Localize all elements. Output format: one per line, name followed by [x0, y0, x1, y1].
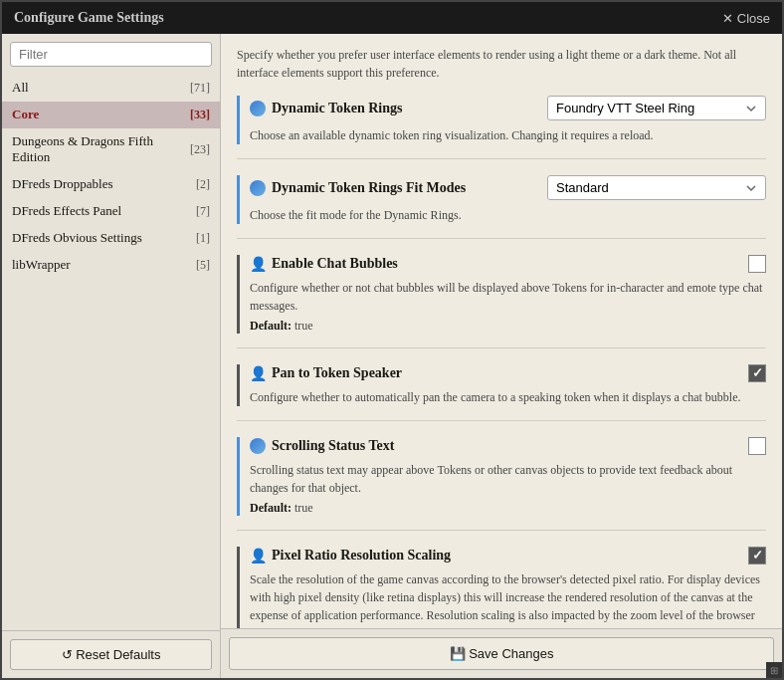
setting-header: 👤 Pixel Ratio Resolution Scaling	[250, 547, 766, 565]
configure-game-settings-dialog: Configure Game Settings ✕ Close All[71]C…	[0, 0, 784, 680]
sidebar-item-count: [71]	[190, 81, 210, 96]
setting-desc: Configure whether or not chat bubbles wi…	[250, 279, 766, 315]
setting-checkbox-enable-chat-bubbles[interactable]	[748, 255, 766, 273]
filter-input[interactable]	[10, 42, 212, 67]
setting-row-pan-to-token-speaker: 👤 Pan to Token Speaker Configure whether…	[237, 364, 766, 421]
sidebar-item-count: [1]	[196, 231, 210, 246]
setting-header: 👤 Pan to Token Speaker	[250, 364, 766, 382]
sidebar-item-label: All	[12, 80, 29, 96]
sidebar-item-count: [7]	[196, 204, 210, 219]
sidebar-item-core[interactable]: Core[33]	[2, 102, 220, 128]
sidebar-footer: ↺ Reset Defaults	[2, 630, 220, 678]
reset-defaults-button[interactable]: ↺ Reset Defaults	[10, 639, 212, 670]
setting-desc: Choose an available dynamic token ring v…	[250, 126, 766, 144]
sidebar-item-dfrops[interactable]: DFreds Droppables[2]	[2, 171, 220, 198]
setting-label: Scrolling Status Text	[250, 438, 394, 454]
save-changes-button[interactable]: 💾 Save Changes	[229, 637, 774, 670]
sidebar-list: All[71]Core[33]Dungeons & Dragons Fifth …	[2, 75, 220, 630]
sidebar-item-dfobv[interactable]: DFreds Obvious Settings[1]	[2, 225, 220, 252]
scrollbar-corner: ⊞	[766, 662, 782, 678]
dialog-body: All[71]Core[33]Dungeons & Dragons Fifth …	[2, 34, 782, 678]
setting-row-scrolling-status-text: Scrolling Status Text Scrolling status t…	[237, 437, 766, 531]
setting-label: 👤 Enable Chat Bubbles	[250, 256, 398, 272]
settings-scroll: Specify whether you prefer user interfac…	[221, 34, 782, 628]
setting-desc: Scrolling status text may appear above T…	[250, 461, 766, 497]
setting-content: Dynamic Token Rings Fit Modes StandardFi…	[237, 175, 766, 224]
sidebar-item-count: [33]	[190, 108, 210, 122]
setting-checkbox-pan-to-token-speaker[interactable]	[748, 364, 766, 382]
sidebar: All[71]Core[33]Dungeons & Dragons Fifth …	[2, 34, 221, 678]
main-content: Specify whether you prefer user interfac…	[221, 34, 782, 678]
setting-label: Dynamic Token Rings Fit Modes	[250, 180, 466, 196]
setting-label: 👤 Pan to Token Speaker	[250, 365, 402, 381]
setting-default: Default: true	[250, 319, 766, 334]
sidebar-item-libwrap[interactable]: libWrapper[5]	[2, 252, 220, 279]
dialog-header: Configure Game Settings ✕ Close	[2, 2, 782, 34]
setting-content: 👤 Enable Chat Bubbles Configure whether …	[237, 255, 766, 334]
user-icon: 👤	[250, 256, 266, 272]
sidebar-item-count: [5]	[196, 258, 210, 273]
setting-content: 👤 Pixel Ratio Resolution Scaling Scale t…	[237, 547, 766, 628]
globe-icon	[250, 180, 266, 196]
user-icon: 👤	[250, 548, 266, 564]
setting-content: Dynamic Token Rings Foundry VTT Steel Ri…	[237, 96, 766, 144]
setting-checkbox-pixel-ratio[interactable]	[748, 547, 766, 565]
corner-icon: ⊞	[770, 665, 778, 676]
setting-desc: Scale the resolution of the game canvas …	[250, 570, 766, 628]
setting-row-pixel-ratio: 👤 Pixel Ratio Resolution Scaling Scale t…	[237, 547, 766, 628]
setting-row-dynamic-token-rings-fit: Dynamic Token Rings Fit Modes StandardFi…	[237, 175, 766, 239]
sidebar-item-all[interactable]: All[71]	[2, 75, 220, 102]
setting-header: Scrolling Status Text	[250, 437, 766, 455]
setting-header: Dynamic Token Rings Foundry VTT Steel Ri…	[250, 96, 766, 120]
setting-label: Dynamic Token Rings	[250, 101, 402, 116]
setting-desc: Choose the fit mode for the Dynamic Ring…	[250, 206, 766, 224]
sidebar-item-count: [2]	[196, 177, 210, 192]
setting-desc: Configure whether to automatically pan t…	[250, 388, 766, 406]
content-footer: 💾 Save Changes	[221, 628, 782, 678]
user-icon: 👤	[250, 365, 266, 381]
setting-content: 👤 Pan to Token Speaker Configure whether…	[237, 364, 766, 406]
setting-row-enable-chat-bubbles: 👤 Enable Chat Bubbles Configure whether …	[237, 255, 766, 348]
sidebar-item-dnd5e[interactable]: Dungeons & Dragons Fifth Edition[23]	[2, 128, 220, 171]
setting-default: Default: true	[250, 501, 766, 516]
sidebar-item-label: DFreds Obvious Settings	[12, 230, 142, 246]
close-button[interactable]: ✕ Close	[722, 11, 770, 26]
setting-header: 👤 Enable Chat Bubbles	[250, 255, 766, 273]
sidebar-item-label: libWrapper	[12, 257, 71, 273]
setting-row-dynamic-token-rings: Dynamic Token Rings Foundry VTT Steel Ri…	[237, 96, 766, 159]
dialog-title: Configure Game Settings	[14, 10, 164, 26]
globe-icon	[250, 101, 266, 116]
settings-intro: Specify whether you prefer user interfac…	[237, 46, 766, 82]
setting-select-dynamic-token-rings-fit[interactable]: StandardFitCover	[547, 175, 766, 200]
sidebar-item-label: DFreds Droppables	[12, 176, 112, 192]
setting-checkbox-scrolling-status-text[interactable]	[748, 437, 766, 455]
setting-header: Dynamic Token Rings Fit Modes StandardFi…	[250, 175, 766, 200]
sidebar-item-label: Dungeons & Dragons Fifth Edition	[12, 133, 190, 165]
sidebar-item-dfeff[interactable]: DFreds Effects Panel[7]	[2, 198, 220, 225]
setting-content: Scrolling Status Text Scrolling status t…	[237, 437, 766, 516]
setting-label: 👤 Pixel Ratio Resolution Scaling	[250, 548, 451, 564]
sidebar-item-label: DFreds Effects Panel	[12, 203, 121, 219]
globe-icon	[250, 438, 266, 454]
sidebar-item-count: [23]	[190, 142, 210, 157]
setting-select-dynamic-token-rings[interactable]: Foundry VTT Steel RingNone	[547, 96, 766, 120]
sidebar-item-label: Core	[12, 107, 39, 122]
